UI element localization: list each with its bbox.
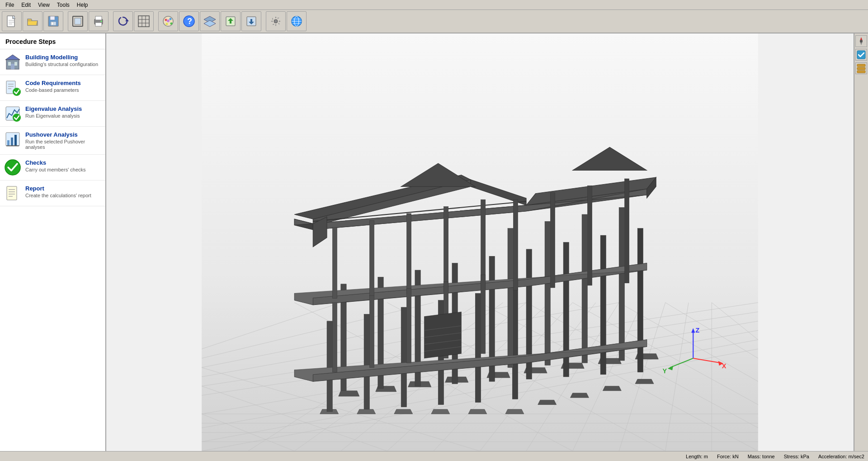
toolbar-print[interactable] — [89, 11, 108, 31]
code-requirements-title: Code Requirements — [25, 80, 81, 86]
sidebar-item-building-modelling[interactable]: Building Modelling Building's structural… — [0, 49, 105, 75]
menubar: File Edit View Tools Help — [0, 0, 868, 10]
statusbar: Length: m Force: kN Mass: tonne Stress: … — [0, 451, 868, 461]
svg-text:?: ? — [187, 17, 192, 26]
svg-marker-106 — [505, 409, 524, 414]
pushover-analysis-title: Pushover Analysis — [25, 131, 101, 138]
svg-marker-14 — [125, 19, 129, 21]
viewport[interactable]: Z X Y — [106, 33, 854, 451]
svg-marker-110 — [635, 379, 654, 384]
svg-rect-129 — [619, 208, 624, 361]
sidebar-item-checks[interactable]: Checks Carry out members' checks — [0, 155, 105, 181]
toolbar-settings[interactable] — [266, 11, 286, 31]
main-content: Procedure Steps Building Modelling Build… — [0, 33, 868, 451]
svg-rect-127 — [545, 221, 550, 365]
svg-rect-12 — [95, 23, 102, 26]
checks-subtitle: Carry out members' checks — [25, 167, 86, 172]
menu-edit[interactable]: Edit — [18, 1, 34, 9]
eigenvalue-analysis-subtitle: Run Eigenvalue analysis — [25, 113, 82, 119]
report-text: Report Create the calculations' report — [25, 185, 91, 198]
right-btn-layers[interactable] — [855, 62, 867, 74]
sidebar-item-report[interactable]: Report Create the calculations' report — [0, 181, 105, 206]
report-subtitle: Create the calculations' report — [25, 193, 91, 198]
checks-icon — [5, 159, 21, 176]
code-requirements-subtitle: Code-based parameters — [25, 87, 81, 93]
toolbar-save[interactable] — [43, 11, 63, 31]
svg-rect-124 — [475, 293, 481, 402]
svg-rect-164 — [406, 289, 411, 363]
svg-point-34 — [274, 19, 278, 23]
sidebar-title: Procedure Steps — [0, 33, 105, 49]
sidebar-item-code-requirements[interactable]: Code Requirements Code-based parameters — [0, 75, 105, 101]
toolbar-new[interactable] — [2, 11, 22, 31]
statusbar-mass: Mass: tonne — [748, 454, 775, 459]
toolbar-palette[interactable] — [158, 11, 178, 31]
menu-view[interactable]: View — [34, 1, 53, 9]
toolbar-help[interactable]: ? — [179, 11, 199, 31]
svg-marker-41 — [5, 55, 20, 60]
svg-marker-29 — [204, 20, 216, 27]
svg-marker-103 — [394, 409, 413, 414]
svg-rect-170 — [624, 179, 629, 283]
toolbar-export[interactable] — [221, 11, 241, 31]
svg-rect-128 — [582, 214, 587, 363]
toolbar-import[interactable] — [241, 11, 261, 31]
report-title: Report — [25, 185, 91, 192]
svg-point-57 — [5, 160, 20, 175]
toolbar-web[interactable] — [287, 11, 307, 31]
svg-marker-104 — [431, 409, 450, 414]
svg-text:Y: Y — [663, 367, 667, 375]
menu-tools[interactable]: Tools — [53, 1, 73, 9]
svg-rect-44 — [11, 64, 14, 69]
right-btn-compass[interactable] — [855, 35, 867, 47]
building-modelling-text: Building Modelling Building's structural… — [25, 54, 98, 67]
right-btn-check[interactable] — [855, 49, 867, 61]
svg-point-23 — [170, 23, 173, 25]
svg-rect-191 — [857, 71, 865, 73]
building-modelling-title: Building Modelling — [25, 54, 98, 61]
svg-point-51 — [13, 114, 21, 122]
svg-point-49 — [13, 88, 21, 96]
svg-rect-169 — [587, 185, 592, 285]
svg-text:Z: Z — [695, 327, 699, 334]
svg-rect-190 — [857, 67, 865, 70]
toolbar-grid[interactable] — [134, 11, 154, 31]
pushover-analysis-subtitle: Run the selected Pushover analyses — [25, 139, 101, 150]
sidebar: Procedure Steps Building Modelling Build… — [0, 33, 106, 451]
svg-point-24 — [166, 23, 168, 25]
svg-rect-158 — [369, 220, 374, 296]
svg-rect-15 — [138, 16, 149, 27]
svg-rect-55 — [14, 135, 17, 146]
toolbar-open[interactable] — [23, 11, 42, 31]
statusbar-force: Force: kN — [717, 454, 739, 459]
code-requirements-text: Code Requirements Code-based parameters — [25, 80, 81, 93]
svg-rect-138 — [637, 228, 643, 372]
sidebar-item-eigenvalue-analysis[interactable]: Eigenvalue Analysis Run Eigenvalue analy… — [0, 101, 105, 127]
toolbar-frame[interactable] — [68, 11, 88, 31]
svg-rect-157 — [332, 228, 337, 299]
svg-marker-108 — [570, 393, 589, 398]
svg-rect-122 — [401, 307, 406, 407]
svg-marker-107 — [538, 400, 557, 404]
svg-point-187 — [860, 40, 863, 43]
statusbar-acceleration: Acceleration: m/sec2 — [818, 454, 864, 459]
sidebar-item-pushover-analysis[interactable]: Pushover Analysis Run the selected Pusho… — [0, 127, 105, 155]
menu-help[interactable]: Help — [73, 1, 92, 9]
statusbar-length: Length: m — [686, 454, 708, 459]
svg-rect-5 — [50, 16, 55, 20]
svg-rect-189 — [857, 64, 865, 67]
svg-point-22 — [170, 18, 172, 20]
toolbar-refresh[interactable] — [113, 11, 133, 31]
eigenvalue-analysis-title: Eigenvalue Analysis — [25, 105, 82, 112]
svg-rect-53 — [7, 140, 9, 146]
statusbar-stress: Stress: kPa — [784, 454, 809, 459]
svg-rect-7 — [52, 22, 53, 25]
svg-rect-137 — [600, 235, 606, 375]
svg-rect-166 — [481, 275, 486, 353]
svg-rect-11 — [95, 16, 102, 20]
menu-file[interactable]: File — [2, 1, 18, 9]
toolbar-layers[interactable] — [200, 11, 220, 31]
svg-marker-105 — [468, 409, 487, 414]
svg-point-21 — [165, 19, 167, 21]
pushover-analysis-icon — [5, 131, 21, 147]
